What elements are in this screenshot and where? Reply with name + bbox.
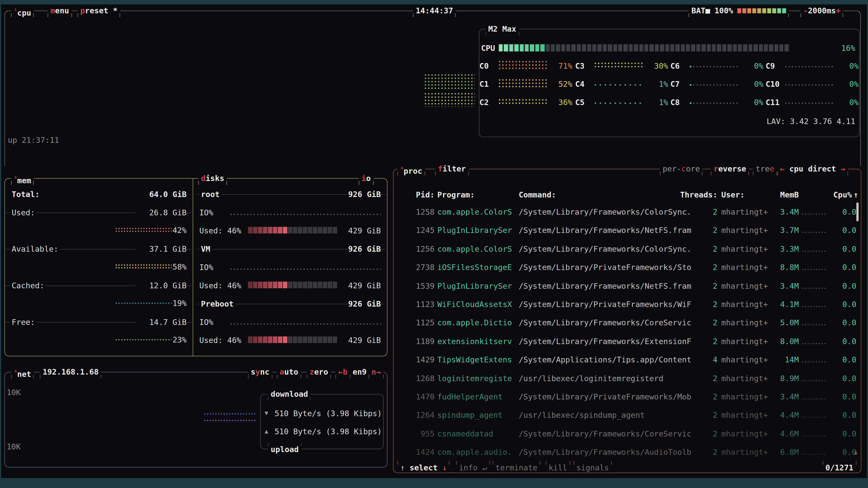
process-command: /usr/libexec/loginitemregisterd: [519, 373, 663, 383]
cpu-meter-segment: [556, 44, 560, 52]
core-graph-dot: [690, 66, 691, 67]
process-row[interactable]: 1268loginitemregiste/usr/libexec/loginit…: [394, 373, 859, 385]
tree-toggle[interactable]: tree: [753, 164, 777, 174]
per-core-toggle[interactable]: per-core: [660, 164, 703, 174]
process-row[interactable]: 1125com.apple.Dictio/System/Library/Fram…: [394, 318, 859, 329]
core-label: C6: [671, 61, 680, 71]
process-row[interactable]: 1258com.apple.ColorS/System/Library/Fram…: [394, 207, 859, 218]
process-row[interactable]: 1424com.apple.audio./System/Library/Fram…: [394, 447, 859, 458]
process-cpu: 0.0: [832, 410, 857, 420]
proc-scrollbar[interactable]: [857, 202, 859, 221]
process-program: com.apple.ColorS: [437, 207, 512, 217]
process-row[interactable]: 1429TipsWidgetExtens/System/Applications…: [394, 355, 859, 366]
disk-io-graph: [230, 213, 381, 216]
process-threads: 2: [680, 318, 717, 328]
io-mode-toggle[interactable]: io: [359, 174, 374, 183]
disk-used-segment: [278, 227, 282, 233]
column-header-program[interactable]: Program:: [437, 190, 475, 200]
process-user: mhartingt+: [721, 225, 768, 235]
disk-used-segment: [318, 227, 322, 233]
refresh-plus-button[interactable]: +: [836, 6, 841, 15]
disk-used-segment: [298, 336, 303, 343]
net-zero-toggle[interactable]: zero: [307, 367, 331, 377]
disk-used-segment: [333, 282, 337, 288]
process-row[interactable]: 1123WiFiCloudAssetsX/System/Library/Priv…: [394, 299, 859, 311]
column-header-pid[interactable]: Pid:: [402, 190, 434, 200]
process-mem: 3.4M: [772, 392, 799, 402]
disk-io-graph: [230, 323, 381, 325]
process-mem: 14M: [772, 355, 799, 365]
core-percent: 0%: [737, 79, 764, 89]
cpu-meter-segment: [577, 44, 581, 52]
process-row[interactable]: 955csnameddatad/System/Library/Framework…: [394, 429, 859, 440]
cpu-meter-segment: [582, 44, 586, 52]
process-pid: 1539: [402, 281, 434, 291]
disk-used-segment: [278, 282, 282, 288]
process-threads: 4: [680, 355, 717, 365]
net-next-iface-button[interactable]: n→: [369, 367, 383, 377]
mem-cached-percent: 19%: [164, 298, 186, 308]
disk-used-label: Used: 46%: [199, 226, 241, 236]
net-sync-toggle[interactable]: sync: [248, 367, 272, 377]
process-threads: 2: [680, 392, 717, 402]
process-cpu: 0.0: [832, 207, 857, 217]
reverse-toggle[interactable]: reverse: [711, 164, 749, 174]
disk-used-segment: [293, 282, 298, 288]
process-user: mhartingt+: [721, 447, 768, 457]
cpu-meter-segment: [618, 44, 622, 52]
process-cpu: 0.0: [832, 429, 857, 439]
sort-column-selector[interactable]: ← cpu direct →: [777, 164, 848, 174]
cpu-meter-segment: [712, 44, 716, 52]
net-auto-toggle[interactable]: auto: [277, 367, 301, 377]
process-cpu: 0.0: [832, 262, 857, 272]
process-row[interactable]: 1256com.apple.ColorS/System/Library/Fram…: [394, 244, 859, 255]
column-header-threads[interactable]: Threads:: [680, 190, 717, 200]
select-control[interactable]: ↑ select ↓: [397, 463, 450, 473]
process-row[interactable]: 1470fudHelperAgent/System/Library/Privat…: [394, 392, 859, 403]
mem-box-title[interactable]: ²mem: [11, 174, 34, 183]
terminate-button[interactable]: terminate: [493, 463, 540, 473]
process-row[interactable]: 1189extensionkitserv/System/Library/Fram…: [394, 336, 859, 348]
proc-box-title[interactable]: ⁴proc: [397, 164, 425, 174]
kill-button[interactable]: kill: [546, 463, 570, 473]
process-program: com.apple.audio.: [437, 447, 512, 457]
menu-button[interactable]: menu: [48, 6, 72, 15]
net-prev-iface-button[interactable]: ←b: [336, 367, 350, 377]
column-header-cpu[interactable]: Cpu%: [828, 190, 852, 200]
column-header-mem[interactable]: MemB: [772, 190, 799, 200]
signals-button[interactable]: signals: [574, 463, 612, 473]
process-user: mhartingt+: [721, 318, 768, 328]
cpu-box-title[interactable]: ¹cpu: [11, 6, 34, 15]
process-threads: 2: [680, 410, 717, 420]
info-button[interactable]: info ↵: [456, 463, 490, 473]
process-threads: 2: [680, 281, 717, 291]
disk-used-segment: [303, 336, 307, 343]
cpu-meter-segment: [691, 44, 695, 52]
cpu-meter-segment: [597, 44, 601, 52]
process-mem-graph: [802, 398, 827, 400]
disk-name: VM: [199, 244, 212, 254]
disk-used-segment: [323, 282, 327, 288]
cpu-meter-segment: [758, 44, 763, 52]
process-row[interactable]: 1264spindump_agent/usr/libexec/spindump_…: [394, 410, 859, 421]
column-header-command[interactable]: Command:: [519, 190, 556, 200]
process-row[interactable]: 2738iOSFilesStorageE/System/Library/Priv…: [394, 262, 859, 273]
sort-direction-icon[interactable]: ↑: [854, 190, 858, 200]
net-box-title[interactable]: ³net: [11, 367, 34, 377]
disk-used-label: Used: 46%: [199, 335, 241, 345]
preset-button[interactable]: preset *: [78, 6, 121, 15]
process-row[interactable]: 1539PlugInLibrarySer/System/Library/Fram…: [394, 281, 859, 292]
cpu-meter-segment: [779, 44, 783, 52]
process-user: mhartingt+: [721, 299, 768, 309]
mem-stat-value: 12.0 GiB: [135, 281, 186, 291]
proc-filter-button[interactable]: filter: [435, 164, 469, 174]
download-arrow-icon: ▼: [265, 408, 268, 418]
process-user: mhartingt+: [721, 410, 768, 420]
column-header-user[interactable]: User:: [721, 190, 745, 200]
disks-title[interactable]: disks: [198, 174, 227, 183]
cpu-meter-segment: [602, 44, 607, 52]
disk-used-segment: [293, 336, 298, 343]
refresh-minus-button[interactable]: -: [803, 6, 808, 15]
net-download-graph: [204, 413, 256, 416]
process-row[interactable]: 1245PlugInLibrarySer/System/Library/Fram…: [394, 225, 859, 236]
